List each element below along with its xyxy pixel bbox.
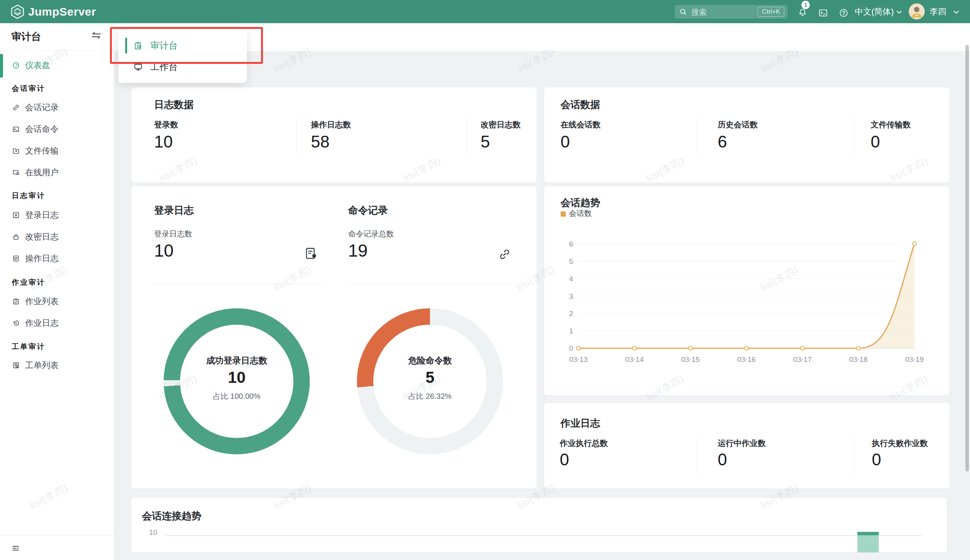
metric-value: 10 <box>154 240 174 261</box>
avatar-person-icon <box>909 3 925 19</box>
divider <box>348 283 516 284</box>
card-title: 登录日志 <box>154 204 194 217</box>
svg-text:03-19: 03-19 <box>905 355 924 363</box>
login-command-card: 登录日志 登录日志数 10 命令记录 命令记录总数 19 成功登录日志数 10 … <box>131 186 537 488</box>
donut-ratio: 占比 100.00% <box>164 391 310 402</box>
session-data-card: 会话数据 在线会话数 0 历史会话数 6 文件传输数 0 <box>544 87 950 182</box>
swap-workspace-icon[interactable] <box>90 32 102 39</box>
help-icon[interactable] <box>839 8 849 18</box>
web-terminal-icon[interactable] <box>818 8 828 18</box>
notification-badge: 1 <box>801 1 810 9</box>
stat-label: 运行中作业数 <box>718 438 766 448</box>
stat-value: 58 <box>311 132 329 151</box>
jumpserver-logo-icon <box>10 4 25 19</box>
stat-label: 登录数 <box>154 119 178 130</box>
sidebar-item-file-transfer[interactable]: 文件传输 <box>0 141 114 161</box>
chevron-down-icon <box>896 10 902 14</box>
stat-label: 作业执行总数 <box>560 438 608 448</box>
brand-title: JumpServer <box>28 0 96 23</box>
donut-value: 10 <box>164 368 310 387</box>
sidebar-item-session-records[interactable]: 会话记录 <box>0 98 114 117</box>
bar <box>857 535 879 552</box>
svg-text:03-14: 03-14 <box>625 355 644 363</box>
sidebar-item-label: 改密日志 <box>25 227 59 247</box>
card-title: 会话数据 <box>560 98 600 112</box>
donut-ratio: 占比 26.32% <box>357 391 503 402</box>
sidebar-item-online-users[interactable]: 在线用户 <box>0 163 114 182</box>
svg-text:3: 3 <box>569 292 573 300</box>
dashboard-icon <box>12 62 20 69</box>
current-user[interactable]: 李四 <box>930 0 947 23</box>
online-user-icon <box>12 169 20 177</box>
divider <box>696 117 696 155</box>
ticket-list-icon <box>12 362 20 369</box>
sidebar-section-job-audit: 作业审计 <box>12 276 111 289</box>
svg-text:03-13: 03-13 <box>569 355 588 363</box>
workspace-title: 审计台 <box>12 23 41 50</box>
gridline <box>166 535 922 536</box>
sidebar-item-label: 作业列表 <box>25 292 59 312</box>
avatar[interactable] <box>909 3 925 19</box>
sidebar-item-ticket-list[interactable]: 工单列表 <box>0 355 114 375</box>
stat-label: 操作日志数 <box>311 119 351 130</box>
stat-value: 0 <box>560 132 570 151</box>
sidebar-item-label: 工单列表 <box>25 355 59 375</box>
command-link-icon[interactable] <box>497 247 512 262</box>
stat-value: 10 <box>154 132 173 151</box>
search-input[interactable] <box>691 5 744 19</box>
risky-command-donut: 危险命令数 5 占比 26.32% <box>357 308 503 454</box>
sidebar-item-operation-logs[interactable]: 操作日志 <box>0 248 114 268</box>
stat-value: 0 <box>718 450 727 469</box>
stat-value: 5 <box>481 132 490 151</box>
sidebar-item-job-list[interactable]: 作业列表 <box>0 292 114 312</box>
stat-label: 改密日志数 <box>481 119 520 130</box>
sidebar-section-ticket-audit: 工单审计 <box>12 340 111 353</box>
sidebar-item-dashboard[interactable]: 仪表盘 <box>0 55 114 75</box>
card-title: 会话连接趋势 <box>142 510 201 523</box>
sidebar-item-password-change-logs[interactable]: 改密日志 <box>0 227 114 247</box>
sidebar-item-label: 仪表盘 <box>25 55 50 75</box>
login-log-document-icon[interactable] <box>303 247 318 261</box>
scrollbar-thumb[interactable] <box>965 45 969 472</box>
session-trend-chart: 012345603-1303-1403-1503-1603-1703-1803-… <box>544 186 950 395</box>
lock-icon <box>12 233 20 241</box>
card-title: 日志数据 <box>154 98 194 112</box>
card-title: 作业日志 <box>560 417 600 430</box>
sidebar-item-label: 登录日志 <box>25 205 59 225</box>
svg-text:03-16: 03-16 <box>737 355 756 363</box>
svg-text:03-17: 03-17 <box>793 355 812 363</box>
sidebar-item-label: 文件传输 <box>25 141 59 161</box>
sidebar-section-log-audit: 日志审计 <box>12 189 111 202</box>
language-selector[interactable]: 中文(简体) <box>855 0 894 23</box>
svg-text:5: 5 <box>569 257 573 265</box>
sidebar-section-session-audit: 会话审计 <box>12 82 111 95</box>
collapse-sidebar-icon[interactable] <box>12 544 20 552</box>
metric-value: 19 <box>348 240 368 261</box>
session-trend-card: 会话趋势 会话数 012345603-1303-1403-1503-1603-1… <box>544 186 950 395</box>
search-shortcut-badge: Ctrl+K <box>758 7 784 17</box>
sidebar-item-job-logs[interactable]: 作业日志 <box>0 313 114 333</box>
top-navbar: JumpServer Ctrl+K 1 中文(简体) 李四 <box>0 0 970 23</box>
log-data-card: 日志数据 登录数 10 操作日志数 58 改密日志数 5 <box>131 87 537 182</box>
global-search[interactable]: Ctrl+K <box>675 5 787 18</box>
annotation-highlight-box <box>110 27 263 64</box>
stat-value: 0 <box>560 450 569 469</box>
divider <box>854 437 854 474</box>
session-connection-trend-card: 会话连接趋势 10 <box>131 498 947 552</box>
donut-label: 危险命令数 <box>357 355 503 367</box>
stat-label: 执行失败作业数 <box>872 438 928 448</box>
stat-value: 0 <box>872 450 881 469</box>
folder-transfer-icon <box>12 147 20 155</box>
sidebar-item-session-commands[interactable]: 会话命令 <box>0 119 114 139</box>
stat-label: 文件传输数 <box>871 119 911 130</box>
job-list-icon <box>12 298 20 305</box>
stat-label: 在线会话数 <box>560 119 600 130</box>
stat-value: 6 <box>718 132 727 151</box>
link-icon <box>12 104 20 112</box>
svg-text:0: 0 <box>569 345 573 352</box>
divider <box>466 117 467 155</box>
donut-label: 成功登录日志数 <box>164 355 310 367</box>
sidebar-item-login-logs[interactable]: 登录日志 <box>0 205 114 225</box>
card-title: 命令记录 <box>348 204 388 217</box>
svg-text:6: 6 <box>569 240 573 248</box>
